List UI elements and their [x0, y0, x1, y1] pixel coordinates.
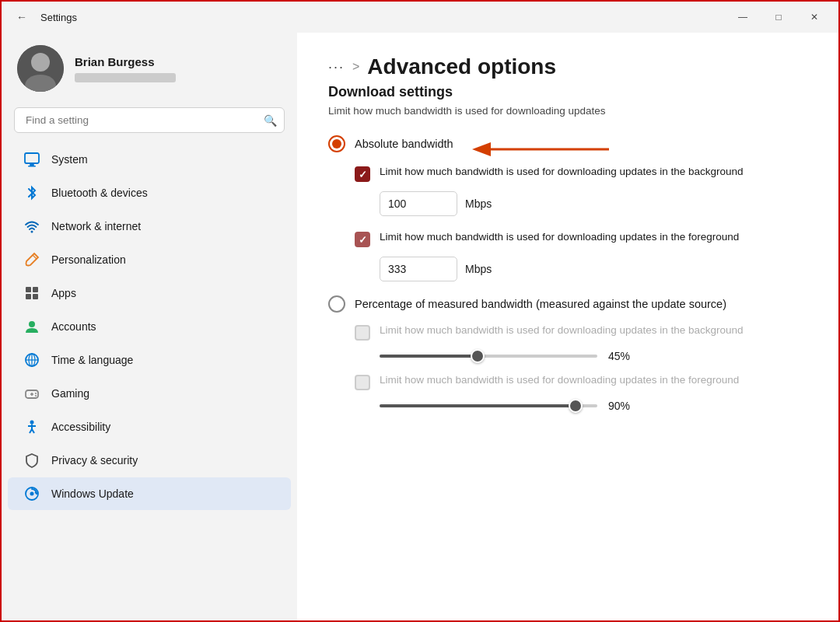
- page-title: Advanced options: [367, 54, 556, 79]
- sidebar-item-apps-label: Apps: [51, 287, 76, 299]
- sidebar-item-windows-update-label: Windows Update: [51, 487, 134, 500]
- svg-rect-10: [26, 294, 31, 299]
- app-title: Settings: [40, 12, 77, 23]
- update-icon: [23, 485, 40, 502]
- foreground-checkbox-label: Limit how much bandwidth is used for dow…: [380, 230, 739, 245]
- section-desc: Limit how much bandwidth is used for dow…: [328, 105, 810, 117]
- svg-point-6: [31, 231, 33, 233]
- accounts-icon: [23, 318, 40, 335]
- section-title: Download settings: [328, 84, 810, 100]
- main-content: ··· > Advanced options Download settings…: [297, 33, 840, 622]
- fg-slider-fill: [380, 404, 576, 407]
- sidebar: Brian Burgess 🔍 Syst: [2, 33, 297, 622]
- sidebar-item-time-label: Time & language: [51, 354, 133, 366]
- bg-slider-fill: [380, 355, 478, 358]
- background-option-group: Limit how much bandwidth is used for dow…: [355, 165, 810, 216]
- bg-slider-row: 45%: [380, 350, 810, 362]
- sidebar-item-personalization[interactable]: Personalization: [8, 243, 291, 276]
- sidebar-item-gaming-label: Gaming: [51, 387, 89, 400]
- percentage-option[interactable]: Percentage of measured bandwidth (measur…: [328, 295, 810, 313]
- bg-slider-pct: 45%: [608, 350, 630, 362]
- foreground-checkbox[interactable]: [355, 232, 370, 247]
- minimize-button[interactable]: —: [725, 5, 761, 29]
- wifi-icon: [23, 218, 40, 235]
- page-header: ··· > Advanced options: [328, 54, 810, 79]
- system-icon: [23, 151, 40, 168]
- sidebar-item-time[interactable]: Time & language: [8, 344, 291, 376]
- user-email-placeholder: [75, 73, 176, 82]
- globe-icon: [23, 351, 40, 369]
- user-name: Brian Burgess: [75, 55, 176, 68]
- svg-point-22: [30, 421, 34, 425]
- fg-slider-thumb[interactable]: [569, 399, 583, 413]
- svg-point-12: [29, 321, 35, 327]
- search-input[interactable]: [14, 107, 285, 133]
- background-mbps-label: Mbps: [465, 197, 492, 210]
- red-arrow-annotation: [461, 134, 617, 165]
- close-button[interactable]: ✕: [796, 5, 832, 29]
- background-input-row: Mbps: [380, 191, 810, 216]
- foreground-input-row: Mbps: [380, 257, 810, 281]
- background-checkbox-row: Limit how much bandwidth is used for dow…: [355, 165, 810, 182]
- background-checkbox[interactable]: [355, 166, 370, 182]
- sidebar-item-system-label: System: [51, 153, 88, 166]
- sidebar-item-privacy[interactable]: Privacy & security: [8, 444, 291, 477]
- sidebar-item-personalization-label: Personalization: [51, 253, 126, 266]
- privacy-icon: [23, 452, 40, 469]
- background-mbps-input[interactable]: [380, 191, 457, 216]
- sidebar-item-network-label: Network & internet: [51, 220, 141, 232]
- fg-slider-pct: 90%: [608, 400, 630, 412]
- background-checkbox-label: Limit how much bandwidth is used for dow…: [380, 165, 744, 180]
- fg-slider-row: 90%: [380, 400, 810, 412]
- sidebar-item-apps[interactable]: Apps: [8, 277, 291, 309]
- breadcrumb-separator: >: [352, 60, 359, 74]
- fg-percentage-group: Limit how much bandwidth is used for dow…: [355, 373, 810, 412]
- sidebar-item-windows-update[interactable]: Windows Update: [8, 477, 291, 510]
- bg-percentage-checkbox-row: Limit how much bandwidth is used for dow…: [355, 323, 810, 341]
- svg-point-28: [30, 492, 34, 496]
- fg-percentage-checkbox-row: Limit how much bandwidth is used for dow…: [355, 373, 810, 390]
- sidebar-item-privacy-label: Privacy & security: [51, 454, 138, 466]
- titlebar-left: ← Settings: [11, 6, 77, 28]
- back-button[interactable]: ←: [11, 6, 33, 28]
- sidebar-item-bluetooth[interactable]: Bluetooth & devices: [8, 176, 291, 209]
- bg-percentage-checkbox[interactable]: [355, 325, 370, 341]
- absolute-bandwidth-option[interactable]: Absolute bandwidth: [328, 135, 453, 152]
- user-info: Brian Burgess: [75, 55, 176, 82]
- fg-percentage-label: Limit how much bandwidth is used for dow…: [380, 373, 739, 388]
- window-controls: — □ ✕: [725, 5, 832, 29]
- bg-slider-thumb[interactable]: [471, 349, 485, 363]
- content-area: Brian Burgess 🔍 Syst: [2, 33, 840, 622]
- apps-icon: [23, 285, 40, 302]
- fg-percentage-checkbox[interactable]: [355, 375, 370, 390]
- gaming-icon: [23, 385, 40, 402]
- sidebar-item-accessibility-label: Accessibility: [51, 421, 110, 433]
- svg-point-20: [35, 393, 37, 394]
- foreground-mbps-label: Mbps: [465, 263, 492, 275]
- svg-rect-9: [33, 287, 38, 292]
- sidebar-item-accounts[interactable]: Accounts: [8, 310, 291, 343]
- settings-window: ← Settings — □ ✕ Brian Burgess: [2, 2, 840, 622]
- nav-list: System Bluetooth & devices: [2, 142, 297, 520]
- bg-percentage-label: Limit how much bandwidth is used for dow…: [380, 323, 744, 338]
- sidebar-item-network[interactable]: Network & internet: [8, 210, 291, 243]
- foreground-option-group: Limit how much bandwidth is used for dow…: [355, 230, 810, 281]
- sidebar-item-system[interactable]: System: [8, 143, 291, 176]
- svg-rect-11: [33, 294, 38, 299]
- foreground-checkbox-row: Limit how much bandwidth is used for dow…: [355, 230, 810, 247]
- maximize-button[interactable]: □: [761, 5, 796, 29]
- svg-line-26: [32, 429, 34, 433]
- fg-slider-track[interactable]: [380, 404, 597, 407]
- svg-point-1: [31, 53, 50, 72]
- svg-rect-3: [25, 153, 39, 163]
- percentage-radio[interactable]: [328, 295, 345, 313]
- more-options-button[interactable]: ···: [328, 59, 345, 75]
- absolute-bandwidth-radio[interactable]: [328, 135, 345, 152]
- sidebar-item-accessibility[interactable]: Accessibility: [8, 411, 291, 443]
- absolute-bandwidth-label: Absolute bandwidth: [355, 138, 453, 150]
- foreground-mbps-input[interactable]: [380, 257, 457, 281]
- svg-rect-4: [30, 164, 34, 166]
- avatar: [17, 45, 64, 92]
- bg-slider-track[interactable]: [380, 355, 597, 358]
- sidebar-item-gaming[interactable]: Gaming: [8, 377, 291, 410]
